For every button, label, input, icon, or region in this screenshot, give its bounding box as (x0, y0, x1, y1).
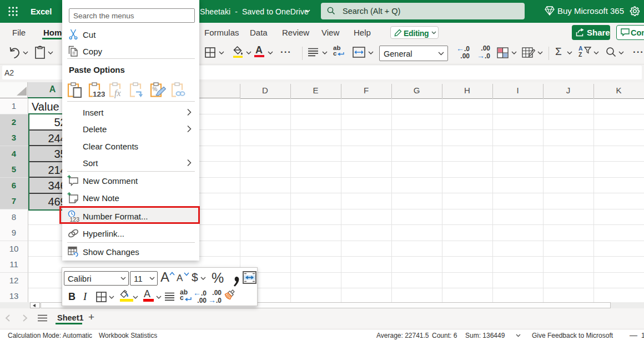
svg-text:fx: fx (114, 88, 121, 98)
svg-text:123: 123 (93, 90, 105, 98)
svg-text:%: % (153, 86, 158, 92)
